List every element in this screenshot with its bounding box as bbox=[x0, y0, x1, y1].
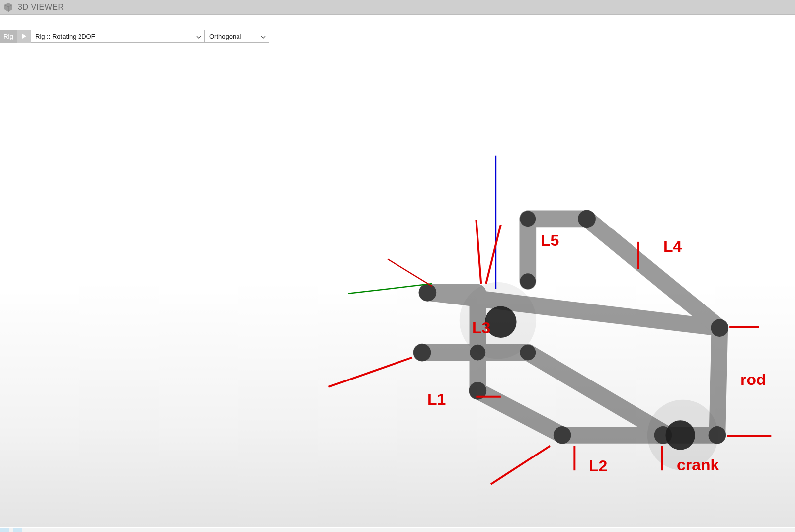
joint-a bbox=[419, 284, 437, 302]
chevron-down-icon bbox=[196, 33, 201, 40]
joint-i bbox=[413, 344, 431, 362]
joint-m bbox=[520, 273, 536, 289]
rig-label: Rig bbox=[0, 30, 17, 43]
joint-h bbox=[470, 345, 486, 361]
window-title: 3D VIEWER bbox=[18, 3, 64, 12]
axis-x bbox=[388, 259, 432, 286]
origin-axes bbox=[348, 156, 496, 294]
crank-sphere bbox=[665, 420, 695, 450]
titlebar-spacer bbox=[0, 15, 795, 30]
statusbar bbox=[0, 528, 795, 532]
projection-select-dropdown[interactable]: Orthogonal bbox=[205, 30, 269, 43]
play-button[interactable] bbox=[17, 30, 31, 43]
chevron-down-icon bbox=[261, 33, 266, 40]
titlebar: 3D VIEWER bbox=[0, 0, 795, 15]
joint-k bbox=[520, 345, 536, 361]
mechanism-links bbox=[413, 210, 728, 471]
joint-g bbox=[554, 426, 571, 444]
svg-marker-2 bbox=[22, 34, 26, 39]
rig-select-dropdown[interactable]: Rig :: Rotating 2DOF bbox=[31, 30, 205, 43]
scene-svg bbox=[0, 43, 795, 527]
joint-e bbox=[709, 426, 726, 444]
app-cube-icon bbox=[3, 2, 14, 13]
joint-d bbox=[711, 319, 729, 337]
svg-line-4 bbox=[486, 225, 501, 284]
play-icon bbox=[22, 33, 27, 39]
link-rod bbox=[717, 328, 719, 435]
svg-line-3 bbox=[476, 220, 481, 284]
rig-select-value: Rig :: Rotating 2DOF bbox=[35, 33, 95, 40]
projection-select-value: Orthogonal bbox=[209, 33, 241, 40]
joint-n bbox=[520, 211, 536, 227]
svg-line-9 bbox=[491, 446, 550, 484]
center-sphere bbox=[485, 306, 516, 338]
joint-b bbox=[578, 210, 596, 228]
toolbar: Rig Rig :: Rotating 2DOF Orthogonal bbox=[0, 30, 795, 43]
viewport-3d[interactable]: L1 L2 L3 L4 L5 rod crank bbox=[0, 43, 795, 527]
svg-line-11 bbox=[328, 358, 412, 387]
